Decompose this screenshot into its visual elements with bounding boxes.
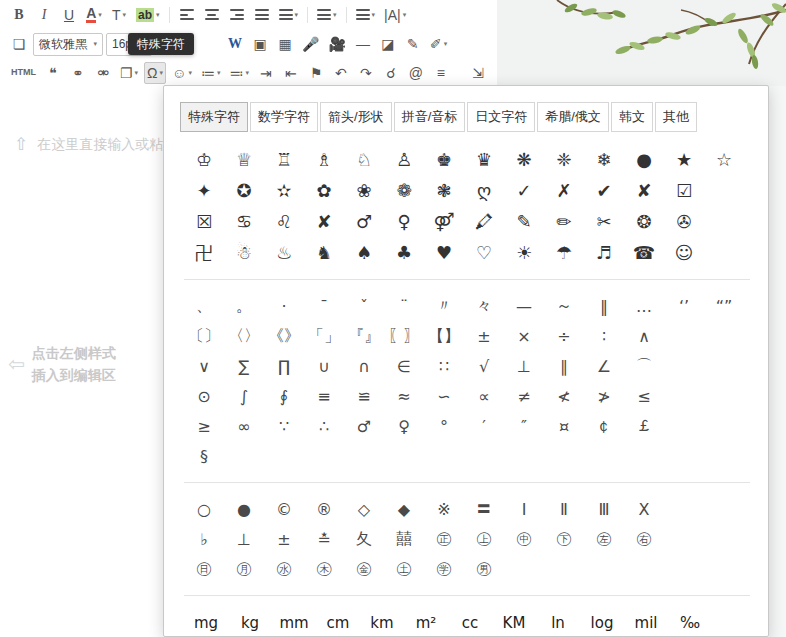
char-cell[interactable]: ln — [536, 607, 580, 637]
line-height-button[interactable]: ▾ — [314, 4, 340, 26]
char-cell[interactable]: ✿ — [304, 175, 344, 206]
char-cell[interactable]: ∏ — [264, 351, 304, 381]
dialog-tab-1[interactable]: 特殊字符 — [180, 102, 248, 132]
char-cell[interactable]: 夂 — [344, 524, 384, 554]
align-left-button[interactable] — [176, 4, 198, 26]
char-cell[interactable]: 🖍 — [464, 206, 504, 237]
char-cell[interactable]: ± — [464, 321, 504, 351]
char-cell[interactable]: ❃ — [424, 175, 464, 206]
char-cell[interactable]: ㊣ — [424, 524, 464, 554]
char-cell[interactable]: 〖〗 — [384, 321, 424, 351]
char-cell[interactable]: ㊐ — [184, 554, 224, 584]
char-cell[interactable]: ≌ — [344, 381, 384, 411]
audio-button[interactable]: 🎤 — [299, 33, 322, 55]
char-cell[interactable]: ∴ — [304, 411, 344, 441]
char-cell[interactable]: ㊧ — [584, 524, 624, 554]
char-cell[interactable]: ★ — [664, 144, 704, 175]
char-cell[interactable]: ※ — [424, 494, 464, 524]
char-cell[interactable]: cm — [316, 607, 360, 637]
indent-right-button[interactable]: ⇥ — [255, 62, 277, 84]
char-cell[interactable]: mm — [272, 607, 316, 637]
char-cell[interactable]: ㊍ — [304, 554, 344, 584]
char-cell[interactable]: ✫ — [264, 175, 304, 206]
char-cell[interactable]: ≤ — [624, 381, 664, 411]
char-cell[interactable]: 卍 — [184, 237, 224, 268]
char-cell[interactable]: ❄ — [584, 144, 624, 175]
char-cell[interactable]: ✘ — [624, 175, 664, 206]
fullscreen-button[interactable]: ⇲ — [467, 62, 489, 84]
char-cell[interactable]: 〈〉 — [224, 321, 264, 351]
char-cell[interactable]: ˉ — [304, 291, 344, 321]
char-cell[interactable]: ☀ — [504, 237, 544, 268]
char-cell[interactable]: ∮ — [264, 381, 304, 411]
char-cell[interactable]: § — [184, 441, 224, 471]
char-cell[interactable]: ♀ — [384, 411, 424, 441]
char-cell[interactable]: ≮ — [544, 381, 584, 411]
char-cell[interactable]: 『』 — [344, 321, 384, 351]
char-cell[interactable]: ღ — [464, 175, 504, 206]
dialog-tab-3[interactable]: 箭头/形状 — [320, 102, 392, 132]
char-cell[interactable]: ☎ — [624, 237, 664, 268]
char-cell[interactable]: ☂ — [544, 237, 584, 268]
char-cell[interactable]: Ⅹ — [624, 494, 664, 524]
char-cell[interactable]: ≡ — [304, 381, 344, 411]
bullet-list-button[interactable]: ≔▾ — [198, 62, 224, 84]
char-cell[interactable]: ∠ — [584, 351, 624, 381]
char-cell[interactable]: — — [504, 291, 544, 321]
char-cell[interactable]: ♣ — [384, 237, 424, 268]
special-char-button[interactable]: Ω▾ — [144, 62, 166, 84]
char-cell[interactable]: ∩ — [344, 351, 384, 381]
char-cell[interactable]: ∝ — [464, 381, 504, 411]
redo-button[interactable]: ↷ — [355, 62, 377, 84]
eraser-button[interactable]: ◪ — [377, 33, 399, 55]
underline-button[interactable]: U — [58, 4, 80, 26]
char-cell[interactable]: ¤ — [544, 411, 584, 441]
char-cell[interactable]: 、 — [184, 291, 224, 321]
char-cell[interactable]: ∈ — [384, 351, 424, 381]
char-cell[interactable]: ♗ — [304, 144, 344, 175]
char-cell[interactable]: ♘ — [344, 144, 384, 175]
char-cell[interactable]: ′ — [464, 411, 504, 441]
char-cell[interactable]: ❂ — [624, 206, 664, 237]
pen-button[interactable]: ✎ — [402, 33, 424, 55]
char-cell[interactable]: ♞ — [304, 237, 344, 268]
char-cell[interactable]: ♬ — [584, 237, 624, 268]
char-cell[interactable]: “” — [704, 291, 744, 321]
char-cell[interactable]: Ⅲ — [584, 494, 624, 524]
char-cell[interactable]: cc — [448, 607, 492, 637]
char-cell[interactable]: ♛ — [464, 144, 504, 175]
char-cell[interactable]: ❁ — [384, 175, 424, 206]
char-cell[interactable]: ♙ — [384, 144, 424, 175]
char-cell[interactable]: ✎ — [504, 206, 544, 237]
char-cell[interactable]: … — [624, 291, 664, 321]
char-cell[interactable]: ㊊ — [224, 554, 264, 584]
char-cell[interactable]: km — [360, 607, 404, 637]
char-cell[interactable]: ˇ — [344, 291, 384, 321]
char-cell[interactable]: · — [264, 291, 304, 321]
char-cell[interactable]: mil — [624, 607, 668, 637]
horizontal-rule-button[interactable]: — — [352, 33, 374, 55]
char-cell[interactable]: ● — [624, 144, 664, 175]
char-cell[interactable]: 囍 — [384, 524, 424, 554]
align-right-button[interactable] — [226, 4, 248, 26]
mention-button[interactable]: @ — [405, 62, 427, 84]
flag-button[interactable]: ⚑ — [305, 62, 327, 84]
char-cell[interactable]: ♨ — [264, 237, 304, 268]
blockquote-button[interactable]: ❝ — [42, 62, 64, 84]
char-cell[interactable]: ∪ — [304, 351, 344, 381]
image-gallery-button[interactable]: ▦ — [274, 33, 296, 55]
char-cell[interactable]: ♂ — [344, 411, 384, 441]
char-cell[interactable]: ☺ — [664, 237, 704, 268]
char-cell[interactable]: ✪ — [224, 175, 264, 206]
char-cell[interactable]: log — [580, 607, 624, 637]
char-cell[interactable]: ◇ — [344, 494, 384, 524]
char-cell[interactable]: mg — [184, 607, 228, 637]
char-cell[interactable]: ✗ — [544, 175, 584, 206]
char-cell[interactable]: ≯ — [584, 381, 624, 411]
char-cell[interactable]: ♂ — [344, 206, 384, 237]
char-cell[interactable]: ♋ — [224, 206, 264, 237]
char-cell[interactable]: ㊏ — [384, 554, 424, 584]
char-cell[interactable]: ☒ — [184, 206, 224, 237]
html-source-button[interactable]: HTML — [8, 62, 39, 84]
char-cell[interactable]: ∨ — [184, 351, 224, 381]
